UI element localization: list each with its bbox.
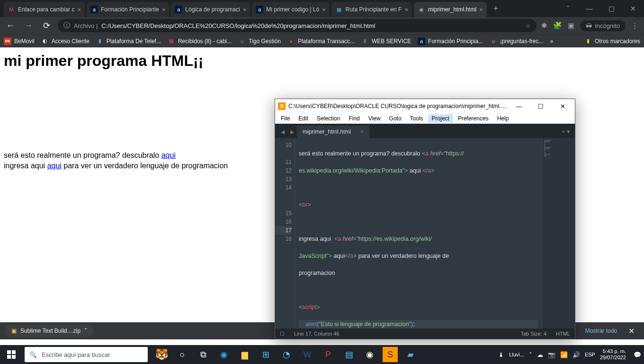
weather-text[interactable]: Lluvi...	[509, 352, 524, 357]
tray-chevron-icon[interactable]: ˄	[529, 351, 532, 358]
close-icon[interactable]: ×	[404, 6, 408, 13]
address-bar[interactable]: ⓘ Archivo | ☆	[58, 19, 537, 32]
sublime-task-icon[interactable]: S	[383, 347, 398, 362]
bookmark-tigo[interactable]: ☺Tigo Gestión	[238, 37, 281, 45]
link-aqui-1[interactable]: aqui	[161, 151, 176, 159]
menu-tools[interactable]: Tools	[406, 114, 427, 123]
menu-file[interactable]: File	[277, 114, 294, 123]
incognito-badge[interactable]: 🕶 Incógnito	[580, 20, 626, 31]
close-icon[interactable]: ×	[243, 6, 247, 13]
status-tabsize[interactable]: Tab Size: 4	[521, 331, 546, 337]
close-icon[interactable]: ×	[360, 128, 364, 135]
back-button[interactable]: ←	[4, 19, 17, 32]
tray-clock[interactable]: 5:43 p. m. 29/07/2022	[600, 348, 629, 361]
download-item[interactable]: ▣ Sublime Text Build....zip ˄	[5, 325, 94, 337]
menu-preferences[interactable]: Preferences	[454, 114, 492, 123]
explorer-icon[interactable]: ▆	[235, 345, 255, 364]
tab-1[interactable]: aFormación Principiante×	[87, 2, 169, 17]
show-all-downloads[interactable]: Mostrar todo	[579, 328, 624, 334]
bookmark-transacc[interactable]: ●Plataforma Transacc...	[287, 37, 355, 45]
chevron-down-icon[interactable]: ˅	[557, 0, 579, 17]
bookmark-plataforma[interactable]: ▮Plataforma De Telef...	[96, 37, 161, 45]
tab-4[interactable]: ▦Ruta Principiante en F×	[331, 2, 412, 17]
minimize-button[interactable]: —	[579, 0, 600, 17]
menu-selection[interactable]: Selection	[313, 114, 344, 123]
bookmark-formacion[interactable]: aFormación Principia...	[418, 37, 483, 45]
extensions-icon[interactable]: 🧩	[553, 21, 562, 30]
tab-2[interactable]: aLógica de programaci×	[171, 2, 250, 17]
sublime-titlebar[interactable]: S C:\Users\CYBER\Desktop\ORACLE CURSO\lo…	[275, 99, 575, 113]
code-area[interactable]: será esto realmente un programa? descubr…	[295, 138, 542, 328]
maximize-button[interactable]: ☐	[531, 103, 550, 110]
status-select-icon[interactable]: ☐	[280, 331, 285, 337]
sublime-window[interactable]: S C:\Users\CYBER\Desktop\ORACLE CURSO\lo…	[275, 99, 575, 339]
sublime-tab[interactable]: miprimer_html.html×	[297, 126, 369, 138]
star-icon[interactable]: ☆	[525, 22, 531, 29]
bookmark-bemovil[interactable]: BEBeMovil	[4, 37, 35, 45]
tab-nav-fwd[interactable]: ▶	[287, 129, 297, 138]
menu-help[interactable]: Help	[493, 114, 513, 123]
forward-button[interactable]: →	[22, 19, 35, 32]
close-icon[interactable]: ×	[479, 6, 483, 13]
volume-icon[interactable]: 🔊	[572, 351, 580, 358]
sublime-add-tab[interactable]: + ▾	[557, 125, 575, 138]
start-button[interactable]	[0, 345, 23, 364]
bookmark-webservice[interactable]: êWEB SERVICE	[361, 37, 411, 45]
word-icon[interactable]: W	[297, 345, 317, 364]
camera-icon[interactable]: 📷	[548, 351, 555, 358]
status-syntax[interactable]: HTML	[556, 331, 570, 337]
other-bookmarks[interactable]: ▮Otros marcadores	[584, 37, 640, 45]
close-icon[interactable]: ×	[162, 6, 166, 13]
calc-icon[interactable]: ▤	[339, 345, 359, 364]
tab-5[interactable]: ◉miprimer_html.html×	[414, 2, 487, 17]
menu-find[interactable]: Find	[345, 114, 363, 123]
maximize-button[interactable]: ▢	[600, 0, 622, 17]
chrome-icon[interactable]: ◉	[360, 345, 380, 364]
menu-view[interactable]: View	[365, 114, 385, 123]
bookmark-gmail[interactable]: MRecibidos (8) - cabi...	[168, 37, 232, 45]
tab-0[interactable]: MEnlace para cambiar c×	[4, 2, 85, 17]
menu-edit[interactable]: Edit	[295, 114, 312, 123]
close-icon[interactable]: ×	[77, 6, 81, 13]
cat-widget-icon[interactable]: 🐯	[152, 345, 171, 364]
close-button[interactable]: ✕	[622, 0, 644, 17]
cortana-icon[interactable]: ○	[172, 345, 192, 364]
close-shelf-button[interactable]: ✕	[624, 327, 639, 336]
chevron-up-icon[interactable]: ˄	[84, 328, 87, 334]
taskview-icon[interactable]: ⧉	[193, 345, 213, 364]
new-tab-button[interactable]: +	[489, 4, 503, 14]
link-aqui-2[interactable]: aqui	[47, 162, 62, 170]
tab-nav-back[interactable]: ◀	[278, 129, 287, 138]
onedrive-icon[interactable]: ☁	[537, 351, 543, 358]
menu-icon[interactable]: ⋮	[631, 21, 638, 30]
info-icon[interactable]: ⓘ	[63, 21, 70, 30]
bitwarden-icon[interactable]: ✱	[541, 21, 547, 30]
bookmark-overflow[interactable]: »	[550, 38, 553, 45]
app-icon[interactable]: ▰	[401, 345, 420, 364]
store-icon[interactable]: ⊞	[256, 345, 276, 364]
menu-project[interactable]: Project	[428, 114, 453, 123]
minimize-button[interactable]: —	[510, 103, 528, 110]
minimap[interactable]: ████ ████ ██ ██ ███ ██ █ ██ █ ███ ██ ███…	[542, 138, 575, 328]
bookmark-acceso[interactable]: ◐Acceso Cliente	[41, 37, 89, 45]
url-input[interactable]	[101, 22, 521, 29]
wifi-icon[interactable]: 📶	[560, 351, 568, 358]
tab-label: Formación Principiante	[101, 6, 159, 13]
ppt-icon[interactable]: P	[318, 345, 338, 364]
bookmark-preguntas[interactable]: ☺¡preguntas-frec...	[490, 37, 543, 45]
close-icon[interactable]: ×	[322, 6, 326, 13]
edge-icon[interactable]: ◉	[214, 345, 234, 364]
close-button[interactable]: ✕	[553, 103, 572, 110]
menu-goto[interactable]: Goto	[385, 114, 405, 123]
notifications-icon[interactable]: 💬	[634, 351, 641, 358]
tray-date: 29/07/2022	[600, 355, 626, 361]
tab-3[interactable]: aMi primer codigo | Ló×	[252, 2, 329, 17]
sublime-editor[interactable]: 101112131415161718 será esto realmente u…	[275, 138, 575, 328]
taskbar-search[interactable]: 🔍 Escribe aquí para buscar	[25, 347, 148, 362]
reload-button[interactable]: ⟳	[40, 19, 53, 32]
clock-icon[interactable]: ◔	[277, 345, 296, 364]
extension2-icon[interactable]: ▣	[568, 21, 574, 30]
thermometer-icon[interactable]: 🌡	[498, 351, 504, 358]
lang-indicator[interactable]: ESP	[585, 352, 595, 357]
text: será esto realmente un programa? descubr…	[4, 151, 161, 159]
